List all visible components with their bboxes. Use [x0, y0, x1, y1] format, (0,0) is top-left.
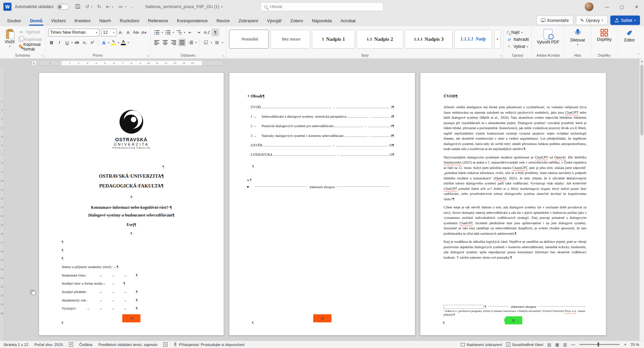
ribbon-tab[interactable]: Vývojář: [263, 15, 286, 26]
numbering-quick-icon[interactable]: ≔: [118, 4, 123, 10]
document-title[interactable]: Sablona_seminarni_prace_PdF_OU (1) ▾: [145, 4, 223, 9]
zoom-in-button[interactable]: +: [624, 342, 626, 347]
page-1[interactable]: OSTRAVSKÁ UNIVERZITA PEDAGOGICKÁ FAKULTA…: [39, 72, 224, 336]
align-left-button[interactable]: [153, 39, 160, 46]
page-3[interactable]: ÚVOD¶ Ačkoliv umělá inteligence má širok…: [420, 72, 606, 336]
search-input[interactable]: Hledat: [261, 2, 384, 11]
shading-chevron-icon[interactable]: ▾: [211, 41, 212, 44]
font-dialog-launcher[interactable]: ↘: [147, 54, 149, 57]
scroll-up-icon[interactable]: ▲: [640, 59, 644, 64]
ribbon-tab[interactable]: Zobrazení: [234, 15, 263, 26]
minimize-button[interactable]: —: [600, 0, 614, 13]
numbered-list-chevron-icon[interactable]: ▾: [173, 31, 174, 34]
create-pdf-button[interactable]: Vytvořit PDF: [535, 28, 561, 52]
horizontal-ruler[interactable]: 1 123456789101112131415: [39, 60, 224, 66]
ribbon-tab[interactable]: Revize: [212, 15, 234, 26]
zoom-slider[interactable]: [579, 344, 620, 345]
strikethrough-button[interactable]: ab: [73, 39, 80, 46]
grow-font-button[interactable]: A^: [117, 29, 124, 36]
replace-button[interactable]: ⇄Nahradit: [507, 36, 529, 42]
editor-button[interactable]: ✐ Editor: [620, 28, 639, 52]
page-2[interactable]: Obsah¶ ÚVOD → 3¶ 1 → Sebevzdělávání a di…: [229, 72, 415, 336]
shading-button[interactable]: [202, 39, 210, 46]
close-button[interactable]: ✕: [629, 0, 644, 13]
align-right-button[interactable]: [170, 39, 177, 46]
underline-button[interactable]: U: [64, 39, 71, 46]
line-spacing-button[interactable]: ↕: [187, 39, 194, 46]
highlight-chevron-icon[interactable]: ▾: [118, 41, 119, 44]
redo-icon[interactable]: ↻: [97, 4, 101, 10]
change-case-button[interactable]: Aa▾: [133, 29, 140, 36]
paragraph-dialog-launcher[interactable]: ↘: [222, 54, 225, 57]
copilot-margin-icon[interactable]: [30, 290, 36, 295]
toc-entry[interactable]: 1 → Sebevzdělávání a dialogové systémy: …: [251, 115, 394, 124]
bold-button[interactable]: B: [48, 39, 55, 46]
addins-button[interactable]: Doplňky: [594, 28, 615, 52]
display-settings-button[interactable]: Nastavení zobrazení: [461, 343, 502, 347]
ribbon-tab[interactable]: Reference: [143, 15, 172, 26]
zoom-level[interactable]: 70 %: [631, 343, 639, 347]
font-color-button[interactable]: A: [120, 39, 127, 46]
proofing-errors-icon[interactable]: ✗: [69, 342, 73, 347]
zoom-slider-thumb[interactable]: [598, 342, 599, 347]
toc-entry[interactable]: ÚVOD → 3¶: [251, 105, 394, 115]
ribbon-tab[interactable]: Soubor: [3, 15, 26, 26]
toc-entry[interactable]: ZÁVĚR → 10¶: [251, 143, 394, 153]
underline-chevron-icon[interactable]: ▾: [71, 41, 73, 44]
multilevel-list-chevron-icon[interactable]: ▾: [184, 31, 185, 34]
style-option[interactable]: Normální: [229, 30, 269, 49]
numbering-quick-chevron-icon[interactable]: ▾: [125, 5, 126, 8]
bullet-list-button[interactable]: [153, 29, 160, 36]
web-layout-icon[interactable]: ▥: [563, 342, 567, 347]
ribbon-tab[interactable]: Nápověda: [308, 15, 336, 26]
share-button[interactable]: Sdílet ▾: [610, 16, 640, 25]
page-indicator[interactable]: Stránka 1 z 12: [3, 343, 28, 347]
multilevel-list-button[interactable]: [175, 29, 183, 36]
cut-button[interactable]: ✂Vyjmout: [19, 29, 42, 35]
accessibility-status[interactable]: Přístupnost: Prostudujte si doporučení: [173, 342, 245, 347]
text-effects-chevron-icon[interactable]: ▾: [108, 41, 109, 44]
format-painter-button[interactable]: Kopírovat formát: [19, 44, 42, 50]
scrollbar-thumb[interactable]: [640, 65, 643, 136]
styles-gallery-more-button[interactable]: ▾: [494, 30, 501, 49]
borders-button[interactable]: ⊞: [214, 39, 221, 46]
copy-button[interactable]: Kopírovat: [19, 36, 42, 42]
clear-formatting-button[interactable]: A◆: [140, 29, 148, 36]
focus-reading-button[interactable]: ▯ Soustředěné čtení: [506, 342, 543, 347]
restore-button[interactable]: ▢: [614, 0, 629, 13]
show-formatting-marks-button[interactable]: ¶: [212, 29, 219, 36]
undo-chevron-icon[interactable]: ▾: [91, 5, 92, 8]
toc-entry[interactable]: 3 → Nástrahy dialogových systémů v konte…: [251, 134, 394, 143]
clipboard-dialog-launcher[interactable]: ↘: [41, 54, 44, 57]
ribbon-tab[interactable]: Acrobat: [336, 15, 360, 26]
indent-quick-icon[interactable]: ⇤: [106, 4, 110, 10]
highlight-button[interactable]: ✎: [110, 39, 117, 46]
undo-icon[interactable]: ↺: [85, 4, 90, 10]
copilot-button[interactable]: Copilot: [641, 28, 644, 52]
user-avatar[interactable]: [585, 2, 593, 11]
increase-indent-button[interactable]: ⇥: [195, 29, 202, 36]
zoom-out-button[interactable]: —: [571, 342, 575, 347]
editing-mode-button[interactable]: ✎ Úpravy ▾: [576, 16, 608, 25]
decrease-indent-button[interactable]: ⇤: [187, 29, 194, 36]
style-option[interactable]: 1.1Nadpis 2: [357, 30, 403, 49]
line-spacing-chevron-icon[interactable]: ▾: [195, 41, 197, 44]
language-indicator[interactable]: Čeština: [79, 343, 92, 347]
style-option[interactable]: Bez mezer: [270, 30, 310, 49]
ribbon-tab[interactable]: Zotero: [286, 15, 308, 26]
superscript-button[interactable]: x²: [89, 39, 96, 46]
find-button[interactable]: Najít▾: [507, 29, 529, 35]
ribbon-tab[interactable]: Korespondence: [172, 15, 212, 26]
style-option[interactable]: 1Nadpis 1: [312, 30, 355, 49]
font-color-chevron-icon[interactable]: ▾: [128, 41, 129, 44]
dictate-button[interactable]: Diktovat ▾: [567, 28, 588, 52]
align-center-button[interactable]: [162, 39, 169, 46]
read-mode-icon[interactable]: ▤: [547, 342, 551, 347]
bullet-list-chevron-icon[interactable]: ▾: [162, 31, 163, 34]
autosave-toggle[interactable]: [57, 4, 69, 10]
print-layout-icon[interactable]: ▦: [555, 342, 559, 347]
subscript-button[interactable]: x₂: [81, 39, 88, 46]
ribbon-tab[interactable]: Vložení: [47, 15, 70, 26]
ribbon-tab[interactable]: Rozložení: [116, 15, 144, 26]
ribbon-tab[interactable]: Domů: [26, 15, 47, 26]
